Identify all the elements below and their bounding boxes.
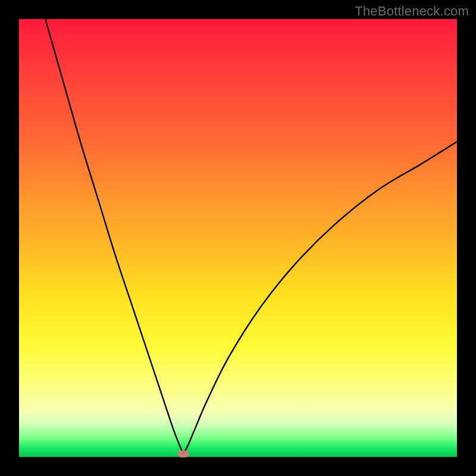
optimum-marker xyxy=(177,450,189,458)
watermark-text: TheBottleneck.com xyxy=(355,4,469,19)
bottleneck-curve xyxy=(19,19,457,457)
chart-frame: TheBottleneck.com xyxy=(0,0,476,476)
plot-area xyxy=(19,19,457,457)
